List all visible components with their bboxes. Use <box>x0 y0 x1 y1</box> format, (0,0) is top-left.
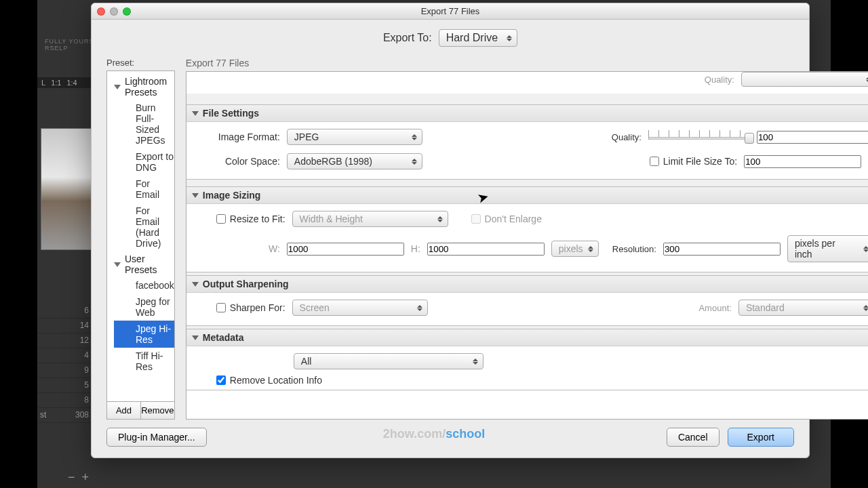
export-button[interactable]: Export <box>728 428 794 447</box>
limit-filesize-checkbox[interactable]: Limit File Size To: <box>650 156 737 167</box>
bg-brand: FULLY YOURSRSELP <box>45 38 94 52</box>
resize-mode-select: Width & Height <box>292 211 448 227</box>
remove-location-checkbox[interactable]: Remove Location Info <box>216 375 322 386</box>
settings-scroll-area[interactable]: Quality: File Settings Image Format: JPE… <box>186 71 868 420</box>
bg-zoom-controls: −+ <box>68 470 89 485</box>
export-to-select[interactable]: Hard Drive <box>439 29 517 47</box>
watermark: 2how.com/school <box>383 427 485 441</box>
peek-quality-select <box>741 72 868 87</box>
window-zoom-button[interactable] <box>123 7 131 16</box>
preset-item-selected[interactable]: Jpeg Hi-Res <box>114 321 174 348</box>
preset-item[interactable]: Tiff Hi-Res <box>114 348 174 375</box>
resize-to-fit-checkbox[interactable]: Resize to Fit: <box>216 214 285 224</box>
width-input <box>287 243 404 256</box>
section-output-sharpening: Output Sharpening Sharpen For: Screen <box>186 275 868 326</box>
quality-input[interactable] <box>757 131 868 144</box>
sharpen-amount-label: Amount: <box>698 303 731 313</box>
export-to-label: Export To: <box>383 32 432 44</box>
preset-item[interactable]: For Email <box>114 176 174 203</box>
preset-remove-button[interactable]: Remove <box>141 402 174 419</box>
resolution-label: Resolution: <box>612 244 656 254</box>
right-panel-subtitle: Export 77 Files <box>186 58 868 68</box>
dont-enlarge-checkbox: Don't Enlarge <box>471 214 542 224</box>
disclosure-triangle-icon <box>192 111 199 116</box>
section-header-image-sizing[interactable]: Image Sizing <box>186 187 868 204</box>
preset-list[interactable]: Lightroom Presets Burn Full-Sized JPEGs … <box>106 70 175 402</box>
section-file-settings: File Settings Image Format: JPEG Quality… <box>186 104 868 180</box>
section-header-file-settings[interactable]: File Settings <box>186 105 868 122</box>
resolution-unit-select[interactable]: pixels per inch <box>787 235 868 262</box>
preset-group-user[interactable]: User Presets <box>114 251 174 277</box>
color-space-select[interactable]: AdobeRGB (1998) <box>287 153 422 169</box>
disclosure-triangle-icon <box>192 336 199 340</box>
sharpen-amount-select: Standard <box>738 300 868 316</box>
titlebar: Export 77 Files <box>92 3 809 20</box>
section-metadata: Metadata All Remove Location Inf <box>186 329 868 390</box>
disclosure-triangle-icon <box>192 193 199 198</box>
preset-panel-label: Preset: <box>106 58 175 68</box>
window-minimize-button[interactable] <box>110 7 118 16</box>
bg-ratio-strip: L1:11:4 <box>37 77 92 88</box>
image-format-select[interactable]: JPEG <box>287 129 422 145</box>
quality-label: Quality: <box>612 132 642 142</box>
sharpen-for-select: Screen <box>292 300 428 316</box>
plugin-manager-button[interactable]: Plug-in Manager... <box>106 428 207 447</box>
preset-item[interactable]: facebook <box>114 277 174 293</box>
preset-item[interactable]: Burn Full-Sized JPEGs <box>114 100 174 148</box>
color-space-label: Color Space: <box>197 156 280 167</box>
bg-number-list: 61412 495 8 st308 <box>37 304 92 423</box>
wh-unit-select: pixels <box>551 241 599 257</box>
preset-add-button[interactable]: Add <box>107 402 141 419</box>
peek-quality-label: Quality: <box>705 75 734 85</box>
preset-item[interactable]: Jpeg for Web <box>114 293 174 321</box>
height-input <box>427 243 545 256</box>
width-label: W: <box>197 243 280 254</box>
metadata-mode-select[interactable]: All <box>294 353 484 369</box>
image-format-label: Image Format: <box>197 131 280 142</box>
preset-item[interactable]: For Email (Hard Drive) <box>114 203 174 251</box>
window-title: Export 77 Files <box>92 6 809 16</box>
cancel-button[interactable]: Cancel <box>667 428 719 447</box>
bg-thumbnail <box>41 128 92 250</box>
section-image-sizing: Image Sizing Resize to Fit: Width & Heig… <box>186 186 868 272</box>
disclosure-triangle-icon <box>114 262 121 267</box>
sharpen-for-checkbox[interactable]: Sharpen For: <box>216 302 285 313</box>
preset-group-lightroom[interactable]: Lightroom Presets <box>114 74 174 100</box>
section-header-metadata[interactable]: Metadata <box>186 329 868 346</box>
preset-item[interactable]: Export to DNG <box>114 148 174 176</box>
resolution-input[interactable] <box>663 243 781 256</box>
limit-filesize-input <box>744 155 861 168</box>
disclosure-triangle-icon <box>114 85 121 89</box>
quality-slider[interactable] <box>648 130 750 144</box>
window-close-button[interactable] <box>97 7 105 16</box>
disclosure-triangle-icon <box>192 282 199 287</box>
height-label: H: <box>411 243 420 254</box>
export-dialog: Export 77 Files Export To: Hard Drive Pr… <box>91 3 810 458</box>
section-header-output-sharpening[interactable]: Output Sharpening <box>186 276 868 293</box>
